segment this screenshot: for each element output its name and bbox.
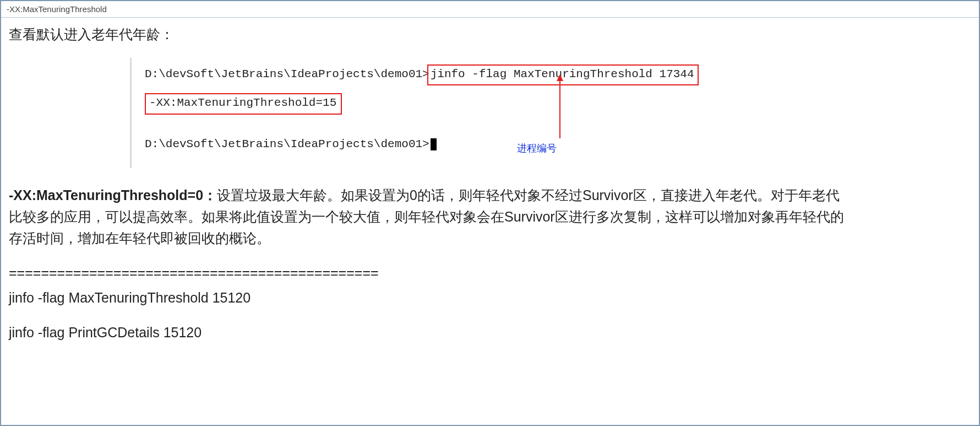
explanation-lead: -XX:MaxTenuringThreshold=0：	[9, 187, 217, 203]
section-heading: 查看默认进入老年代年龄：	[9, 25, 971, 44]
highlighted-output-box: -XX:MaxTenuringThreshold=15	[145, 93, 342, 114]
terminal-spacer	[145, 120, 971, 137]
document-frame: -XX:MaxTenuringThreshold 查看默认进入老年代年龄： D:…	[0, 0, 980, 426]
terminal-line-2: -XX:MaxTenuringThreshold=15	[145, 91, 971, 114]
header-flag-text: -XX:MaxTenuringThreshold	[7, 4, 107, 14]
highlighted-command-box: jinfo -flag MaxTenuringThreshold 17344	[427, 64, 699, 85]
command-line-1: jinfo -flag MaxTenuringThreshold 15120	[9, 290, 971, 306]
terminal-command-1: jinfo -flag MaxTenuringThreshold 17344	[431, 68, 694, 80]
terminal-line-1: D:\devSoft\JetBrains\IdeaProjects\demo01…	[145, 64, 971, 85]
command-line-2: jinfo -flag PrintGCDetails 15120	[9, 325, 971, 341]
terminal-line-3: D:\devSoft\JetBrains\IdeaProjects\demo01…	[145, 137, 971, 152]
explanation-paragraph: -XX:MaxTenuringThreshold=0：设置垃圾最大年龄。如果设置…	[9, 185, 846, 249]
terminal-prompt-1: D:\devSoft\JetBrains\IdeaProjects\demo01…	[145, 68, 429, 80]
header-bar: -XX:MaxTenuringThreshold	[1, 1, 979, 18]
terminal-block: D:\devSoft\JetBrains\IdeaProjects\demo01…	[130, 58, 971, 168]
terminal-prompt-2: D:\devSoft\JetBrains\IdeaProjects\demo01…	[145, 138, 429, 150]
annotation-label: 进程编号	[517, 142, 557, 155]
content-area: 查看默认进入老年代年龄： D:\devSoft\JetBrains\IdeaPr…	[1, 18, 979, 370]
divider-line: ========================================…	[9, 265, 971, 281]
cursor-icon	[431, 138, 437, 150]
terminal-output-1: -XX:MaxTenuringThreshold=15	[149, 96, 336, 109]
